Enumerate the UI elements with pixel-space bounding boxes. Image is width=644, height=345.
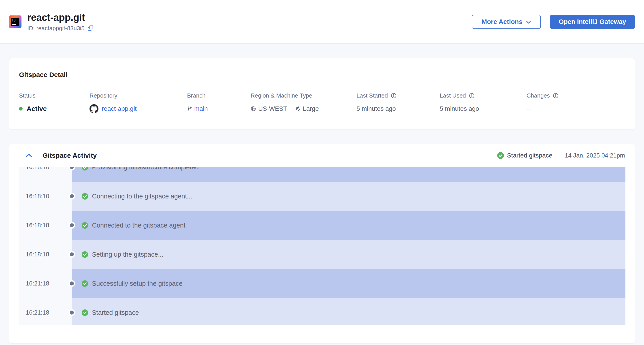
copy-icon[interactable] (88, 25, 94, 31)
timeline-dot-icon (68, 222, 75, 229)
check-circle-icon (497, 152, 504, 159)
info-circle-icon[interactable] (553, 93, 558, 98)
repository-label: Repository (90, 92, 187, 99)
event-time: 16:21:18 (18, 298, 72, 325)
activity-row: 16:18:10 Connecting to the gitspace agen… (18, 182, 626, 211)
activity-row: 16:18:10 Provisioning infrastructure com… (18, 167, 626, 182)
open-intellij-gateway-button[interactable]: Open IntelliJ Gateway (550, 15, 635, 29)
machine-type-value: Large (303, 105, 319, 112)
event-time: 16:18:10 (18, 167, 72, 182)
field-repository: Repository react-app.git (90, 92, 187, 114)
page-title: react-app.git (27, 12, 94, 23)
top-bar: IJ react-app.git ID: reactappgit-83u3i5 … (0, 0, 644, 44)
git-branch-icon (187, 106, 192, 112)
field-region-machine: Region & Machine Type US-WEST (250, 92, 356, 114)
event-time: 16:18:10 (18, 182, 72, 211)
event-message: Connecting to the gitspace agent... (92, 193, 192, 200)
last-started-label: Last Started (356, 92, 388, 99)
event-message: Connected to the gitspace agent (92, 222, 186, 229)
event-time: 16:18:18 (18, 240, 72, 269)
event-message: Started gitspace (92, 309, 139, 316)
activity-row: 16:21:18 Successfully setup the gitspace (18, 269, 626, 298)
field-branch: Branch main (187, 92, 250, 114)
status-value: Active (27, 105, 47, 112)
check-circle-icon (82, 280, 88, 287)
activity-row: 16:18:18 Setting up the gitspace... (18, 240, 626, 269)
globe-icon (250, 106, 256, 112)
info-circle-icon[interactable] (469, 93, 474, 98)
repository-link[interactable]: react-app.git (102, 105, 137, 112)
more-actions-button[interactable]: More Actions (472, 15, 541, 29)
status-dot-icon (19, 107, 22, 110)
changes-value: -- (526, 104, 625, 114)
last-used-value: 5 minutes ago (440, 104, 526, 114)
timeline-dot-icon (68, 251, 75, 258)
chevron-down-icon (526, 20, 531, 24)
activity-log-scroll-area[interactable]: 16:18:10 Provisioning infrastructure com… (18, 167, 626, 325)
field-last-started: Last Started 5 minutes ago (356, 92, 440, 114)
timeline-dot-icon (68, 309, 75, 316)
last-used-label: Last Used (440, 92, 466, 99)
latest-timestamp: 14 Jan, 2025 04:21pm (565, 152, 625, 159)
event-time: 16:18:18 (18, 211, 72, 240)
open-gateway-label: Open IntelliJ Gateway (559, 18, 626, 26)
event-message: Provisioning infrastructure completed (92, 167, 199, 171)
github-icon (90, 104, 98, 113)
activity-card-title: Gitspace Activity (42, 152, 97, 159)
status-label: Status (19, 92, 90, 99)
chevron-up-icon[interactable] (26, 154, 32, 158)
info-circle-icon[interactable] (391, 93, 396, 98)
gitspace-detail-card: Gitspace Detail Status Active Repository (9, 58, 635, 129)
event-message: Setting up the gitspace... (92, 251, 163, 258)
activity-row: 16:18:18 Connected to the gitspace agent (18, 211, 626, 240)
branch-label: Branch (187, 92, 250, 99)
check-circle-icon (82, 251, 88, 258)
more-actions-label: More Actions (482, 18, 522, 26)
timeline-dot-icon (68, 280, 75, 287)
check-circle-icon (82, 167, 88, 170)
check-circle-icon (82, 193, 88, 200)
check-circle-icon (82, 222, 88, 229)
branch-link[interactable]: main (194, 105, 208, 112)
field-status: Status Active (19, 92, 90, 114)
intellij-logo-text: IJ (12, 18, 16, 22)
activity-row: 16:21:18 Started gitspace (18, 298, 626, 325)
event-time: 16:21:18 (18, 269, 72, 298)
cpu-icon (295, 106, 300, 112)
timeline-dot-icon (68, 193, 75, 200)
detail-card-title: Gitspace Detail (19, 71, 625, 78)
gitspace-id: ID: reactappgit-83u3i5 (27, 25, 84, 32)
check-circle-icon (82, 310, 88, 316)
latest-status: Started gitspace (507, 152, 552, 159)
field-last-used: Last Used 5 minutes ago (440, 92, 526, 114)
intellij-logo: IJ (9, 16, 22, 28)
last-started-value: 5 minutes ago (356, 104, 440, 114)
region-machine-label: Region & Machine Type (250, 92, 356, 99)
field-changes: Changes -- (526, 92, 625, 114)
event-message: Successfully setup the gitspace (92, 280, 182, 287)
region-value: US-WEST (258, 105, 287, 112)
gitspace-activity-card: Gitspace Activity Started gitspace 14 Ja… (9, 144, 635, 344)
changes-label: Changes (526, 92, 550, 99)
